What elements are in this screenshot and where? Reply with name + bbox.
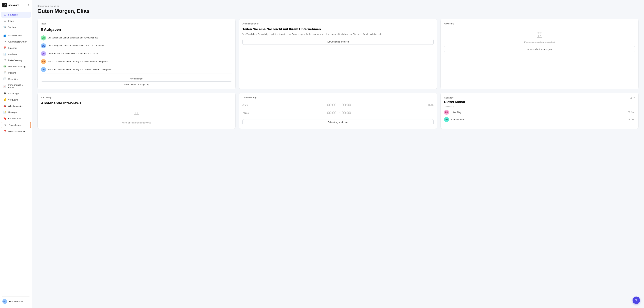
sidebar-item-label: Kalender [8, 47, 17, 49]
calendar-card: Kalender › ⊟ ≡ Dieser Monat Geburtstag L… [440, 93, 638, 129]
sidebar-item-label: Automatisierungen [8, 41, 27, 43]
subscription-icon: 🔖 [3, 117, 6, 120]
arbeit-to: 00:00 [342, 103, 351, 107]
automation-icon: ↺ [3, 40, 6, 43]
sidebar-item-label: Umfragen [8, 111, 18, 114]
save-time-button[interactable]: Zeiteintrag speichern [242, 119, 434, 125]
sidebar-item-kalender[interactable]: 📅 Kalender [1, 45, 31, 51]
user-name: Elias Drocksler [9, 300, 24, 303]
task-item[interactable]: WP Die Probezeit von William Pane endet … [41, 50, 232, 58]
sidebar-item-planung[interactable]: 📋 Planung [1, 70, 31, 76]
absent-section-link[interactable]: Abwesend › [444, 23, 456, 25]
sidebar-item-label: Inbox [8, 20, 14, 22]
app-name: oneVcard [8, 4, 19, 7]
sidebar-item-zeiterfassung[interactable]: ⏱ Zeiterfassung [1, 57, 31, 63]
greeting-date: Donnerstag, 9. Januar [38, 5, 638, 7]
sidebar-item-label: Whistleblowing [8, 105, 23, 107]
help-icon: ❓ [3, 130, 6, 133]
announcements-card: Ankündigungen › Teilen Sie eine Nachrich… [239, 19, 437, 89]
current-user[interactable]: ED Elias Drocksler [0, 297, 32, 305]
chevron-right-icon: › [47, 23, 48, 25]
sidebar-item-label: Planung [8, 72, 16, 74]
arbeit-row: Arbeit 00:00 → 00:00 0h/8h [242, 101, 434, 109]
sidebar-item-label: Mitarbeitende [8, 34, 22, 37]
task-text: Der Vertrag von Jena Sidwell läuft am 31… [48, 37, 98, 40]
sidebar-item-label: Recruiting [8, 78, 18, 80]
task-item[interactable]: CW Der Vertrag von Christian Windholz lä… [41, 42, 232, 50]
calendar-section-link[interactable]: Kalender › [444, 97, 454, 99]
sidebar-item-verguetung[interactable]: 💰 Vergütung [1, 97, 31, 103]
sidebar-item-suchen[interactable]: 🔍 Suchen [1, 24, 31, 30]
sidebar-item-einstellungen[interactable]: ⚙ Einstellungen [1, 122, 31, 128]
pause-times: 00:00 → 00:00 [252, 111, 426, 115]
interviews-empty-icon [133, 112, 140, 120]
announcements-title: Teilen Sie eine Nachricht mit Ihrem Unte… [242, 27, 434, 31]
sidebar-item-label: Zeiterfassung [8, 59, 22, 62]
sidebar-item-label: Suchen [8, 26, 16, 29]
zeiterfassung-section-link[interactable]: Zeiterfassung › [242, 96, 257, 99]
calendar-person-row[interactable]: TM Terisa Mancuso 29. Jan. [444, 116, 635, 123]
task-text: Am 31.01.2025 endenden Vertrag von Chris… [48, 68, 112, 71]
task-item[interactable]: CW Am 31.01.2025 endenden Vertrag von Ch… [41, 66, 232, 74]
person-name: Luisa Riley [451, 111, 626, 114]
people-icon: 👥 [3, 34, 6, 37]
pause-from: 00:00 [327, 111, 336, 115]
calendar-person-row[interactable]: LR Luisa Riley 28. Jan. [444, 109, 635, 116]
task-avatar: AD [41, 59, 46, 64]
svg-rect-5 [540, 35, 541, 36]
task-avatar: WP [41, 51, 46, 56]
show-all-button[interactable]: Alle anzeigen [41, 76, 232, 82]
sidebar-item-lohnbuchhaltung[interactable]: 💵 Lohnbuchhaltung [1, 63, 31, 70]
inbox-card-header: Inbox › [41, 23, 232, 25]
sidebar-item-inbox[interactable]: ☰ Inbox [1, 18, 31, 24]
sidebar-item-automatisierungen[interactable]: ↺ Automatisierungen [1, 39, 31, 45]
survey-icon: 📝 [3, 111, 6, 114]
help-button[interactable]: ? [632, 296, 640, 304]
payroll-icon: 💵 [3, 65, 6, 68]
absent-section-label: Abwesend [444, 23, 454, 25]
chevron-right-icon: › [455, 23, 456, 25]
planning-icon: 📋 [3, 71, 6, 74]
announcements-section-label: Ankündigungen [242, 23, 258, 25]
grid-icon[interactable]: ⊞ [28, 4, 30, 7]
sidebar-item-mitarbeitende[interactable]: 👥 Mitarbeitende [1, 32, 31, 39]
zeiterfassung-card: Zeiterfassung › Arbeit 00:00 → 00:00 0h/… [239, 93, 437, 129]
sidebar-item-schulungen[interactable]: 🎓 Schulungen [1, 90, 31, 97]
person-name: Terisa Mancuso [451, 118, 626, 121]
sidebar-item-whistleblowing[interactable]: 📣 Whistleblowing [1, 103, 31, 109]
inbox-section-link[interactable]: Inbox › [41, 23, 48, 25]
calendar-section-label: Kalender [444, 97, 453, 99]
person-avatar: LR [444, 110, 449, 115]
sidebar-item-abonnement[interactable]: 🔖 Abonnement [1, 115, 31, 121]
sidebar-item-umfragen[interactable]: 📝 Umfragen [1, 109, 31, 115]
sidebar-item-hilfe[interactable]: ❓ Hilfe & Feedback [1, 129, 31, 135]
calendar-filter-icon[interactable]: ≡ [634, 96, 635, 99]
sidebar-item-recruiting[interactable]: 🔄 Recruiting [1, 76, 31, 82]
sidebar-logo[interactable]: 1V oneVcard ⊞ [0, 0, 32, 10]
sidebar-item-label: Vergütung [8, 99, 18, 101]
sidebar-item-analysen[interactable]: 📊 Analysen [1, 51, 31, 57]
task-item[interactable]: AD Am 31.12.2024 endenden Vertrag von Al… [41, 58, 232, 66]
svg-rect-4 [538, 35, 539, 36]
svg-rect-6 [538, 36, 539, 37]
task-item[interactable]: JS Der Vertrag von Jena Sidwell läuft am… [41, 34, 232, 42]
chevron-right-icon: › [52, 97, 52, 99]
greeting-title: Guten Morgen, Elias [38, 8, 638, 14]
sidebar-item-label: Abonnement [8, 117, 21, 120]
announcements-card-header: Ankündigungen › [242, 23, 434, 25]
compensation-icon: 💰 [3, 98, 6, 101]
sidebar-item-performance[interactable]: 📈 Performance & Entwi... [1, 82, 31, 90]
announcements-section-link[interactable]: Ankündigungen › [242, 23, 259, 25]
calendar-grid-icon[interactable]: ⊟ [630, 96, 632, 99]
calendar-empty-icon [536, 31, 543, 40]
create-announcement-button[interactable]: Ankündigung erstellen [242, 39, 434, 45]
open-requests-link[interactable]: Meine offenen Anfragen (0) [41, 83, 232, 86]
tasks-count: 8 Aufgaben [41, 27, 232, 32]
request-absence-button[interactable]: Abwesenheit beantragen [444, 46, 635, 52]
recruiting-section-link[interactable]: Recruiting › [41, 96, 52, 99]
sidebar-item-startseite[interactable]: ⌂ Startseite [1, 12, 31, 18]
recruiting-icon: 🔄 [3, 77, 6, 81]
inbox-icon: ☰ [3, 20, 6, 23]
absent-empty-text: Keine anstehende Abwesenheit [524, 41, 555, 44]
arbeit-summary: 0h/8h [426, 104, 434, 106]
